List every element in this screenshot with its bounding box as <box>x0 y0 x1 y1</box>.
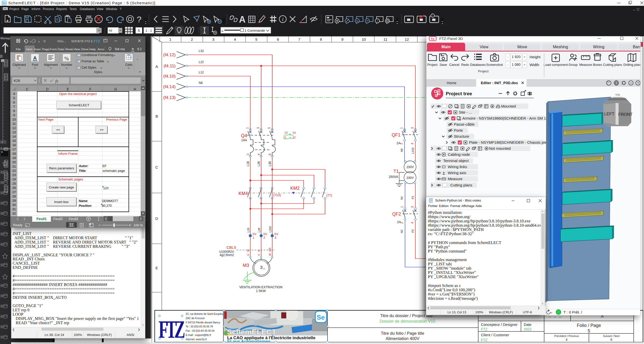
svg-text:230V: 230V <box>406 165 414 169</box>
svg-text:19: 19 <box>12 156 16 160</box>
svg-text:A: A <box>33 55 37 61</box>
svg-text:22: 22 <box>293 136 296 139</box>
svg-text:5: 5 <box>13 96 15 100</box>
svg-text:Dossier de démonstration V15: Dossier de démonstration V15 <box>380 319 435 323</box>
svg-text:Internet: www.ftz.fr: Internet: www.ftz.fr <box>186 338 207 341</box>
svg-text:Te : 33.(0)3.83.35.05.78: Te : 33.(0)3.83.35.05.78 <box>186 325 213 328</box>
svg-text:2: 2 <box>191 37 193 41</box>
svg-text:...: ... <box>444 184 446 187</box>
svg-text:V: V <box>257 254 260 256</box>
svg-text:Feuil1: Feuil1 <box>36 217 47 221</box>
svg-text:ZAC de Frocourt: ZAC de Frocourt <box>186 317 205 320</box>
svg-text:S: S <box>137 47 139 51</box>
svg-text:+: + <box>524 55 526 59</box>
svg-text:Visu...: Visu... <box>57 39 66 43</box>
svg-text:10: 10 <box>12 118 16 121</box>
svg-text:Explore: Explore <box>1 147 10 150</box>
svg-text:L210: L210 <box>411 148 414 154</box>
svg-text:100 %: 100 % <box>134 223 143 227</box>
svg-text:Help: Help <box>90 47 96 51</box>
svg-text:Mounted: Mounted <box>501 104 516 108</box>
svg-text:L12: L12 <box>199 71 204 74</box>
svg-text:6: 6 <box>277 37 279 41</box>
svg-text:17: 17 <box>12 148 16 151</box>
svg-text:Not mounted: Not mounted <box>489 146 511 151</box>
svg-text:23, rue Antoine de Saint Exupé: 23, rue Antoine de Saint Exupéry <box>186 313 223 315</box>
svg-text:Project: Project <box>478 69 489 73</box>
svg-text:26: 26 <box>12 186 16 190</box>
svg-text:schematic page: schematic page <box>102 169 125 173</box>
svg-text:A: A <box>155 64 158 69</box>
svg-text:Data: Data <box>58 47 64 51</box>
svg-text:Titre du folio / Page title: Titre du folio / Page title <box>381 331 424 335</box>
svg-text:Deve: Deve <box>82 47 89 51</box>
svg-text:Tell me: Tell me <box>114 47 125 51</box>
svg-text:?: ? <box>637 81 639 85</box>
svg-text:5: 5 <box>267 127 271 129</box>
svg-text:Autor:: Autor: <box>78 164 88 168</box>
svg-text:Folio / Page: Folio / Page <box>577 323 601 328</box>
svg-text:4: 4 <box>234 37 236 41</box>
svg-text:i: i <box>282 17 284 22</box>
svg-text:Project: Project <box>427 63 438 67</box>
svg-text:15: 15 <box>12 139 16 143</box>
svg-text:M3: M3 <box>243 263 249 268</box>
svg-text:120: 120 <box>103 186 108 190</box>
svg-text:Previous Page: Previous Page <box>106 118 127 121</box>
svg-text:Cabling node: Cabling node <box>448 152 470 157</box>
svg-text:T : 0 Prêt. /: T : 0 Prêt. / <box>564 310 582 314</box>
svg-text:P1: P1 <box>411 196 414 199</box>
svg-text:Name: Name <box>79 199 88 203</box>
svg-text:Fp: Fp <box>431 37 434 40</box>
svg-text:12: 12 <box>12 126 16 130</box>
svg-text:Wiring links: Wiring links <box>448 165 467 169</box>
svg-text:Date: Date <box>524 323 532 327</box>
svg-text:Cutting plans: Cutting plans <box>450 183 472 187</box>
svg-text:3: 3 <box>411 206 414 208</box>
svg-text:Texts: Texts <box>69 7 77 11</box>
svg-text:Window: Window <box>106 7 117 11</box>
svg-text:N: N <box>356 20 358 23</box>
svg-text:N9: N9 <box>400 149 403 152</box>
svg-text:11: 11 <box>13 122 16 126</box>
svg-text:Concepteur / Designer: Concepteur / Designer <box>481 323 517 327</box>
svg-text:H: H <box>134 87 136 91</box>
svg-text:Project: Project <box>9 7 19 11</box>
svg-text:D: D <box>46 87 49 91</box>
svg-text:Font: Font <box>32 63 38 67</box>
svg-text:XV: XV <box>263 232 267 236</box>
svg-text:1 5KW: 1 5KW <box>256 289 266 293</box>
svg-text:<: < <box>2 140 3 143</box>
svg-text:14: 14 <box>293 131 296 134</box>
svg-text:FRONT: FRONT <box>618 112 633 117</box>
svg-text:Wiring axis: Wiring axis <box>448 171 466 175</box>
svg-text:Porte: Porte <box>454 128 463 132</box>
svg-text:3: 3 <box>256 127 260 129</box>
svg-text:13: 13 <box>12 131 16 134</box>
svg-text:FTZ: FTZ <box>481 338 488 342</box>
svg-text:L39: L39 <box>268 161 272 166</box>
svg-text:SchemELECT: SchemELECT <box>69 103 89 107</box>
svg-text:L32: L32 <box>199 49 204 53</box>
svg-text:21: 21 <box>283 136 286 139</box>
svg-text:XV: XV <box>274 232 278 236</box>
svg-text:25: 25 <box>12 182 16 185</box>
svg-text:20: 20 <box>12 161 16 164</box>
svg-text:File: File <box>16 47 21 51</box>
svg-text:SchemELECT: SchemELECT <box>227 328 276 336</box>
svg-text:2A: 2A <box>397 220 401 224</box>
svg-text:22: 22 <box>12 169 16 173</box>
svg-text:Open the electrical project: Open the electrical project <box>59 92 97 96</box>
svg-text:Se: Se <box>3 2 6 5</box>
svg-text:Create new page: Create new page <box>49 185 74 189</box>
svg-text:Revie: Revie <box>65 47 73 51</box>
svg-text:Title:: Title: <box>79 169 86 173</box>
svg-text:N1: N1 <box>400 196 403 200</box>
svg-text:Redo: Redo <box>461 63 469 67</box>
svg-text:5: 5 <box>138 29 140 33</box>
svg-text:Height: Height <box>530 55 541 59</box>
svg-text:GR: GR <box>268 248 271 252</box>
svg-text:Alignment: Alignment <box>44 63 58 67</box>
svg-text:Width: Width <box>530 63 539 67</box>
svg-text:P2: P2 <box>411 229 414 233</box>
